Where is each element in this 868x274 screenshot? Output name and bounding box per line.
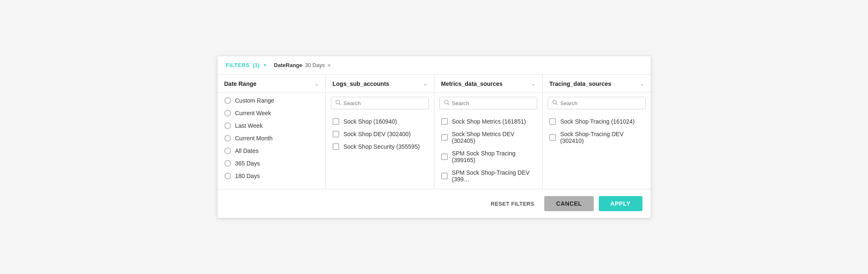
checkbox-label: Sock Shop Metrics (161851) [452,118,526,125]
radio-label: Current Week [235,110,271,116]
radio-item-180-days[interactable]: 180 Days [218,170,326,182]
radio-circle [224,110,231,116]
logs-search-box[interactable] [331,97,429,109]
radio-circle [224,160,231,167]
checkbox-box [333,143,339,150]
checkbox-box [549,118,556,125]
radio-item-all-dates[interactable]: All Dates [218,145,326,157]
metrics-data-sources-title: Metrics_data_sources [441,80,503,87]
cancel-button[interactable]: CANCEL [544,196,593,211]
date-range-chevron-icon[interactable]: ⌄ [314,81,319,87]
radio-circle [224,97,231,104]
checkbox-label: Sock Shop DEV (302400) [343,131,411,137]
metrics-data-sources-header: Metrics_data_sources ⌄ [434,75,543,93]
filters-count: (1) [253,62,260,68]
date-range-title: Date Range [224,80,257,87]
checkbox-item-sock-shop[interactable]: Sock Shop (160940) [326,115,434,128]
checkbox-label: Sock Shop Security (355595) [343,143,420,150]
metrics-search-input[interactable] [452,100,533,106]
search-icon [552,100,558,106]
checkbox-label: Sock Shop-Tracing DEV (302410) [560,131,644,144]
tracing-search-input[interactable] [560,100,641,106]
checkbox-item-sock-shop-tracing[interactable]: Sock Shop Tracing (161024) [543,115,651,128]
search-icon [444,100,450,106]
svg-line-5 [556,103,557,105]
checkbox-label: SPM Sock Shop-Tracing DEV (399… [452,169,536,183]
checkbox-item-sock-shop-tracing-dev[interactable]: Sock Shop-Tracing DEV (302410) [543,128,651,147]
logs-search-input[interactable] [343,100,424,106]
checkbox-box [333,131,339,137]
columns-container: Date Range ⌄ Custom Range Current Week L… [218,75,651,189]
filters-label: FILTERS [226,62,250,68]
checkbox-item-spm-sock-shop-tracing-dev[interactable]: SPM Sock Shop-Tracing DEV (399… [434,166,543,186]
checkbox-item-spm-sock-shop-tracing[interactable]: SPM Sock Shop Tracing (399165) [434,147,543,166]
checkbox-box [549,134,556,141]
checkbox-label: Sock Shop Tracing (161024) [560,118,634,125]
logs-sub-accounts-header: Logs_sub_accounts ⌄ [326,75,434,93]
radio-label: 180 Days [235,173,260,179]
filters-chevron-icon[interactable]: ▾ [264,62,266,68]
checkbox-item-sock-shop-dev[interactable]: Sock Shop DEV (302400) [326,128,434,140]
reset-filters-button[interactable]: RESET FILTERS [486,197,539,210]
radio-item-current-month[interactable]: Current Month [218,132,326,145]
radio-label: 365 Days [235,160,260,167]
checkbox-item-sock-shop-metrics[interactable]: Sock Shop Metrics (161851) [434,115,543,128]
filter-tag-key: DateRange [274,62,302,68]
radio-label: All Dates [235,147,259,154]
metrics-checkbox-list: Sock Shop Metrics (161851) Sock Shop Met… [434,114,543,189]
date-range-column: Date Range ⌄ Custom Range Current Week L… [218,75,326,189]
tracing-data-sources-chevron-icon[interactable]: ⌄ [640,81,644,87]
radio-label: Custom Range [235,97,274,104]
filter-tag-value: 30 Days [305,62,325,68]
filter-tag-close-icon[interactable]: × [327,62,331,68]
tracing-checkbox-list: Sock Shop Tracing (161024) Sock Shop-Tra… [543,114,651,150]
radio-item-current-week[interactable]: Current Week [218,107,326,119]
tracing-search-box[interactable] [548,97,646,109]
radio-item-custom-range[interactable]: Custom Range [218,94,326,107]
active-filter-tag: DateRange 30 Days × [274,62,331,68]
logs-sub-accounts-title: Logs_sub_accounts [333,80,389,87]
metrics-data-sources-chevron-icon[interactable]: ⌄ [531,81,535,87]
checkbox-item-sock-shop-metrics-dev[interactable]: Sock Shop Metrics DEV (302405) [434,128,543,147]
checkbox-box [441,134,448,141]
radio-circle [224,147,231,154]
logs-sub-accounts-column: Logs_sub_accounts ⌄ Sock Shop (160940) [326,75,434,189]
search-icon [335,100,341,106]
checkbox-label: Sock Shop (160940) [343,118,397,125]
radio-circle [224,173,231,179]
tracing-data-sources-title: Tracing_data_sources [549,80,611,87]
checkbox-box [441,153,448,160]
svg-line-3 [448,103,449,105]
date-range-radio-list: Custom Range Current Week Last Week Curr… [218,93,326,186]
checkbox-box [441,118,448,125]
checkbox-label: Sock Shop Metrics DEV (302405) [452,131,536,144]
checkbox-box [333,118,339,125]
checkbox-label: SPM Sock Shop Tracing (399165) [452,150,536,163]
logs-checkbox-list: Sock Shop (160940) Sock Shop DEV (302400… [326,114,434,156]
svg-line-1 [339,103,340,105]
logs-sub-accounts-chevron-icon[interactable]: ⌄ [423,81,427,87]
checkbox-box [441,173,448,179]
metrics-search-box[interactable] [439,97,538,109]
radio-item-last-week[interactable]: Last Week [218,119,326,132]
filter-header: FILTERS (1) ▾ DateRange 30 Days × [218,56,651,75]
tracing-data-sources-column: Tracing_data_sources ⌄ Sock Shop Tracing… [543,75,651,189]
radio-label: Current Month [235,135,273,142]
metrics-data-sources-column: Metrics_data_sources ⌄ Sock Shop Metrics… [434,75,543,189]
radio-item-365-days[interactable]: 365 Days [218,157,326,170]
footer: RESET FILTERS CANCEL APPLY [218,189,651,218]
checkbox-item-sock-shop-security[interactable]: Sock Shop Security (355595) [326,140,434,153]
date-range-header: Date Range ⌄ [218,75,326,93]
apply-button[interactable]: APPLY [599,196,642,211]
tracing-data-sources-header: Tracing_data_sources ⌄ [543,75,651,93]
radio-circle [224,122,231,129]
radio-label: Last Week [235,122,263,129]
radio-circle [224,135,231,142]
filter-panel: FILTERS (1) ▾ DateRange 30 Days × Date R… [217,56,651,218]
